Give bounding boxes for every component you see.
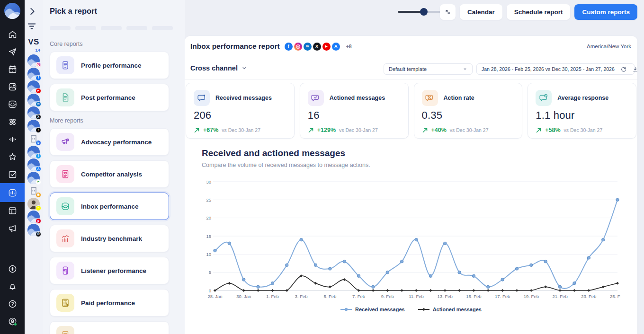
facebook-icon: f <box>285 43 293 51</box>
report-card-label: Profile performance <box>81 62 142 69</box>
report-card-label: Paid performance <box>81 299 135 307</box>
profile-avatar-snapchat[interactable]: • <box>27 198 40 210</box>
more-networks-badge[interactable]: +8 <box>346 44 352 49</box>
app-root: VS 14 f▶inX♪btA▶▦•p@ Core reportsProfile… <box>0 0 644 334</box>
legend-received-messages[interactable]: Received messages <box>340 307 405 312</box>
profile-avatar-facebook[interactable]: f <box>27 68 40 80</box>
slider-knob[interactable] <box>420 8 428 16</box>
pinterest-icon: p <box>36 218 41 224</box>
svg-text:30. Jan: 30. Jan <box>236 294 251 299</box>
nav-tasks-icon[interactable] <box>0 166 25 183</box>
profile-avatar-pinterest[interactable]: p <box>27 211 40 223</box>
metric-change: +58% <box>545 127 560 133</box>
nav-home-icon[interactable] <box>0 26 25 43</box>
report-card-advocacy-performance[interactable]: Advocacy performance <box>50 128 169 156</box>
profile-avatar-google-play[interactable]: ▶ <box>27 172 40 184</box>
nav-publish-icon[interactable] <box>0 43 25 61</box>
date-range-value: Jan 28, 2026 - Feb 25, 2026 vs Dec 30, 2… <box>482 66 615 72</box>
divider <box>185 79 637 80</box>
svg-text:0: 0 <box>209 288 211 293</box>
profile-avatar-app-store[interactable]: A <box>27 158 40 171</box>
calendar-button[interactable]: Calendar <box>460 4 502 20</box>
youtube-icon: ▶ <box>36 88 41 94</box>
metric-card-action-rate: Action rate0.35+40%vs Dec 30-Jan 27 <box>414 83 523 139</box>
svg-text:30: 30 <box>206 179 211 185</box>
post-report-icon <box>56 88 74 106</box>
nav-connect-icon[interactable] <box>0 113 25 131</box>
profile-avatar-instagram[interactable] <box>27 54 40 67</box>
template-select[interactable]: Default template <box>384 63 473 75</box>
metric-comparison: vs Dec 30-Jan 27 <box>339 127 378 133</box>
nav-help-icon[interactable] <box>0 295 25 313</box>
svg-text:1. Feb: 1. Feb <box>266 294 279 299</box>
nav-advocacy-icon[interactable] <box>0 220 25 237</box>
chart-subtitle: Compare the volume of received messages … <box>202 162 370 168</box>
report-card-competitor-analysis[interactable]: Competitor analysis <box>50 160 169 188</box>
date-range-picker[interactable]: Jan 28, 2026 - Feb 25, 2026 vs Dec 30, 2… <box>476 63 635 75</box>
x-icon: X <box>36 114 41 120</box>
svg-text:23. Feb: 23. Feb <box>581 294 596 299</box>
profile-avatar-twitter[interactable]: t <box>27 146 40 158</box>
app-logo-icon[interactable] <box>4 3 20 19</box>
benchmark-report-icon <box>56 229 74 247</box>
channel-filter-dropdown[interactable]: Cross channel <box>190 64 247 72</box>
svg-text:25. Feb: 25. Feb <box>610 294 620 299</box>
nav-profile-icon[interactable] <box>0 313 25 330</box>
nav-notifications-icon[interactable] <box>0 278 25 295</box>
profile-avatar-linkedin[interactable]: in <box>27 94 40 106</box>
nav-media-icon[interactable] <box>0 78 25 96</box>
profile-avatar-google-business[interactable]: b <box>27 132 40 145</box>
profile-avatar-analytics[interactable]: ▦ <box>27 185 40 197</box>
svg-text:15. Feb: 15. Feb <box>466 294 481 299</box>
filter-icon[interactable] <box>27 21 37 30</box>
metric-card-actioned-messages: Actioned messages16+129%vs Dec 30-Jan 27 <box>300 83 409 139</box>
profile-avatar-threads[interactable]: @ <box>27 224 40 236</box>
nav-reports-icon[interactable] <box>0 183 25 202</box>
youtube-icon: ▶ <box>322 43 331 51</box>
report-card-profile-performance[interactable]: Profile performance <box>50 52 169 79</box>
nav-dashboards-icon[interactable] <box>0 202 25 220</box>
svg-text:5. Feb: 5. Feb <box>323 294 336 299</box>
nav-add-icon[interactable] <box>0 260 25 278</box>
refresh-icon[interactable] <box>620 66 626 72</box>
report-card-label: Inbox performance <box>81 203 139 210</box>
custom-reports-button[interactable]: Custom reports <box>574 4 637 20</box>
svg-text:15: 15 <box>206 234 211 239</box>
section-label: More reports <box>50 117 169 124</box>
report-card-paid-performance[interactable]: Paid performance <box>50 289 169 316</box>
svg-text:5: 5 <box>209 270 211 275</box>
nav-reviews-icon[interactable] <box>0 148 25 166</box>
clock-bubble-icon <box>536 90 552 106</box>
profile-avatar-youtube[interactable]: ▶ <box>27 80 40 93</box>
profile-avatar-x[interactable]: X <box>27 106 40 119</box>
report-card-label: Listener performance <box>81 267 146 274</box>
download-icon[interactable] <box>632 66 638 72</box>
report-title: Inbox performance report <box>190 42 280 51</box>
trend-up-icon <box>422 127 428 133</box>
nav-calendar-icon[interactable] <box>0 61 25 78</box>
report-card-post-performance[interactable]: Post performance <box>50 84 169 111</box>
svg-text:9. Feb: 9. Feb <box>381 294 394 299</box>
profile-avatar-tiktok[interactable]: ♪ <box>27 120 40 132</box>
legend-actioned-messages[interactable]: Actioned messages <box>418 307 482 312</box>
metric-label: Average response <box>557 95 608 101</box>
collapse-sidebar-icon[interactable] <box>27 6 37 17</box>
svg-text:7. Feb: 7. Feb <box>352 294 365 299</box>
google-business-icon: b <box>36 140 41 146</box>
expand-button[interactable] <box>440 4 456 20</box>
svg-text:20: 20 <box>206 215 211 220</box>
metric-label: Action rate <box>444 95 474 101</box>
report-card-listener-performance[interactable]: Listener performance <box>50 257 169 284</box>
tiktok-icon: ♪ <box>36 127 41 133</box>
paid-report-icon <box>56 294 74 312</box>
legend-label: Actioned messages <box>433 307 482 312</box>
app-store-icon: A <box>332 43 340 51</box>
report-card-truncated[interactable] <box>50 321 169 334</box>
svg-text:3. Feb: 3. Feb <box>295 294 308 299</box>
schedule-report-button[interactable]: Schedule report <box>507 4 571 20</box>
nav-inbox-icon[interactable] <box>0 96 25 113</box>
profile-group-label[interactable]: VS <box>25 37 43 47</box>
report-card-industry-benchmark[interactable]: Industry benchmark <box>50 225 169 252</box>
nav-listening-icon[interactable] <box>0 131 25 148</box>
report-card-inbox-performance[interactable]: Inbox performance <box>50 193 169 220</box>
